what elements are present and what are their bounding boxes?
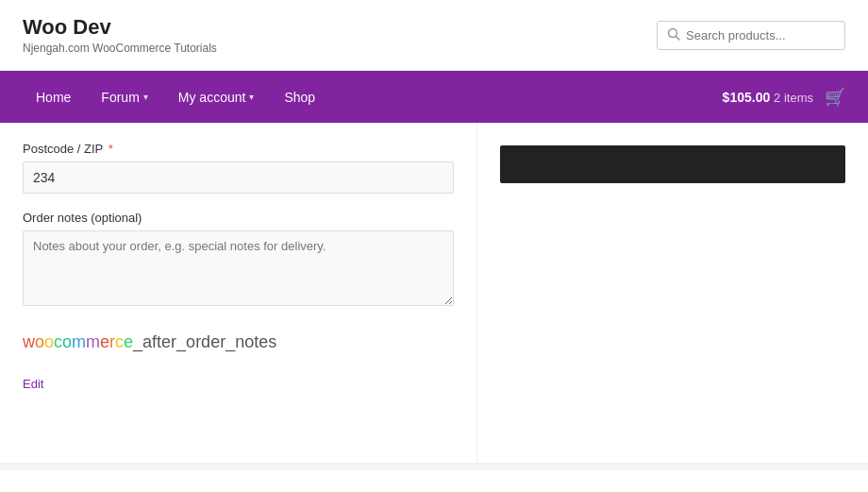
search-input[interactable] <box>686 28 835 42</box>
main-content: Postcode / ZIP * Order notes (optional) … <box>0 123 868 463</box>
postcode-label: Postcode / ZIP * <box>23 142 454 156</box>
hook-char-w: w <box>23 332 35 351</box>
nav-right: $105.00 2 items 🛒 <box>723 87 845 108</box>
nav-label-my-account: My account <box>178 90 246 105</box>
footer-bar <box>0 463 868 470</box>
cart-icon[interactable]: 🛒 <box>825 87 845 108</box>
hook-char-o1: o <box>35 332 44 351</box>
edit-link[interactable]: Edit <box>23 377 43 391</box>
svg-line-1 <box>676 36 680 40</box>
search-icon <box>667 27 680 43</box>
hook-char-c1: c <box>54 332 62 351</box>
hook-char-e1: e <box>100 332 109 351</box>
nav-label-forum: Forum <box>101 90 139 105</box>
hook-char-c2: c <box>115 332 124 351</box>
cart-items-count: 2 items <box>774 91 813 105</box>
order-notes-textarea[interactable] <box>23 230 454 306</box>
postcode-input[interactable] <box>23 161 454 194</box>
postcode-field-group: Postcode / ZIP * <box>23 142 454 194</box>
hook-char-m1: m <box>72 332 86 351</box>
site-tagline: Njengah.com WooCommerce Tutorials <box>23 42 217 55</box>
order-notes-label: Order notes (optional) <box>23 211 454 225</box>
dark-bar <box>500 145 845 183</box>
postcode-label-text: Postcode / ZIP <box>23 142 103 156</box>
order-notes-field-group: Order notes (optional) <box>23 211 454 309</box>
hook-char-o3: o <box>62 332 72 351</box>
site-title: Woo Dev <box>23 15 217 40</box>
right-column <box>477 123 868 463</box>
hook-char-rest: _after_order_notes <box>133 332 276 351</box>
nav-label-shop: Shop <box>284 90 315 105</box>
nav-item-forum[interactable]: Forum ▾ <box>88 71 160 123</box>
cart-total-amount: $105.00 <box>723 90 771 105</box>
nav-left: Home Forum ▾ My account ▾ Shop <box>23 71 328 123</box>
nav-item-shop[interactable]: Shop <box>271 71 328 123</box>
edit-link-container: Edit <box>23 376 454 391</box>
nav-item-home[interactable]: Home <box>23 71 84 123</box>
required-indicator: * <box>108 142 113 156</box>
hook-char-e2: e <box>124 332 133 351</box>
site-branding: Woo Dev Njengah.com WooCommerce Tutorial… <box>23 15 217 55</box>
nav-label-home: Home <box>36 90 71 105</box>
hook-char-o2: o <box>44 332 54 351</box>
hook-text-block: woocommerce_after_order_notes <box>23 330 454 355</box>
hook-char-m2: m <box>86 332 100 351</box>
site-header: Woo Dev Njengah.com WooCommerce Tutorial… <box>0 0 868 71</box>
nav-item-my-account[interactable]: My account ▾ <box>165 71 268 123</box>
chevron-down-icon: ▾ <box>143 92 148 102</box>
site-nav: Home Forum ▾ My account ▾ Shop $105.00 2… <box>0 71 868 123</box>
left-column: Postcode / ZIP * Order notes (optional) … <box>0 123 477 463</box>
cart-total: $105.00 2 items <box>723 90 813 105</box>
search-box[interactable] <box>657 21 845 50</box>
chevron-down-icon: ▾ <box>249 92 254 102</box>
hook-text-content: woocommerce_after_order_notes <box>23 332 276 351</box>
